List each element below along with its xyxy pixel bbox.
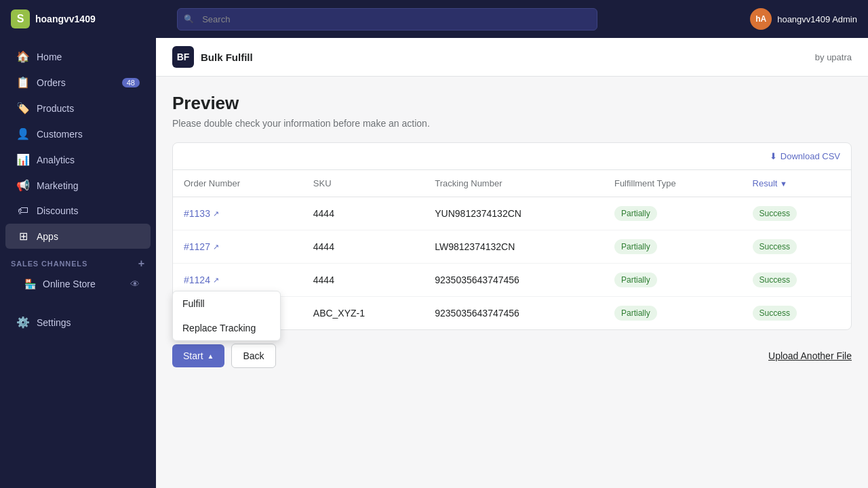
external-link-icon: ↗ — [213, 243, 219, 251]
external-link-icon: ↗ — [213, 276, 219, 285]
sidebar-item-label: Marketing — [37, 180, 78, 191]
sidebar-item-marketing[interactable]: 📢 Marketing — [5, 173, 151, 198]
sidebar-item-label: Discounts — [37, 205, 78, 216]
bottom-actions: Fulfill Replace Tracking Start ▲ Back Up… — [172, 344, 852, 368]
sales-channels-label: SALES CHANNELS — [11, 260, 87, 268]
result-badge: Success — [753, 206, 797, 221]
sidebar-item-home[interactable]: 🏠 Home — [5, 44, 151, 69]
shopify-icon: S — [11, 9, 30, 28]
sidebar-item-label: Online Store — [43, 279, 96, 289]
search-input[interactable] — [177, 8, 597, 30]
cell-result: Success — [742, 197, 851, 230]
table-header-row: Order Number SKU Tracking Number Fulfill… — [173, 170, 851, 197]
sidebar-item-online-store[interactable]: 🏪 Online Store 👁 — [5, 273, 151, 295]
table-row: #1133 ↗ 4444 YUN9812374132CN Partially S… — [173, 197, 851, 230]
fulfillment-badge: Partially — [614, 239, 657, 254]
add-sales-channel-button[interactable]: + — [138, 258, 145, 270]
cell-sku: 4444 — [302, 264, 424, 297]
sidebar-item-label: Customers — [37, 129, 83, 140]
sidebar: 🏠 Home 📋 Orders 48 🏷️ Products 👤 Custome… — [0, 38, 156, 488]
main-content: BF Bulk Fulfill by upatra Preview Please… — [156, 38, 868, 488]
online-store-icon: 🏪 — [24, 279, 36, 289]
marketing-icon: 📢 — [16, 179, 30, 192]
sort-icon: ▼ — [780, 180, 787, 188]
home-icon: 🏠 — [16, 50, 30, 63]
cell-sku: 4444 — [302, 197, 424, 230]
chevron-up-icon: ▲ — [208, 352, 214, 360]
sidebar-item-orders[interactable]: 📋 Orders 48 — [5, 70, 151, 95]
result-badge: Success — [753, 272, 797, 287]
cell-result: Success — [742, 230, 851, 264]
sidebar-item-label: Apps — [37, 231, 58, 242]
sidebar-item-apps[interactable]: ⊞ Apps — [5, 224, 151, 249]
app-header-bar: BF Bulk Fulfill by upatra — [156, 38, 868, 77]
sidebar-item-label: Settings — [37, 317, 71, 328]
page-subtitle: Please double check your information bef… — [172, 118, 852, 129]
sidebar-item-analytics[interactable]: 📊 Analytics — [5, 147, 151, 172]
dropdown-item-fulfill[interactable]: Fulfill — [173, 291, 280, 316]
cell-fulfillment: Partially — [604, 230, 742, 264]
external-link-icon: ↗ — [213, 209, 219, 218]
col-result: Result ▼ — [742, 170, 851, 197]
dropdown-item-replace-tracking[interactable]: Replace Tracking — [173, 316, 280, 340]
app-by-text: by upatra — [815, 52, 852, 62]
online-store-visibility-icon[interactable]: 👁 — [130, 279, 140, 289]
page-title: Preview — [172, 93, 852, 114]
sidebar-item-customers[interactable]: 👤 Customers — [5, 121, 151, 146]
sidebar-item-label: Home — [37, 52, 62, 62]
sales-channels-section: SALES CHANNELS + — [0, 249, 156, 272]
card-toolbar: ⬇ Download CSV — [173, 143, 851, 170]
fulfillment-badge: Partially — [614, 206, 657, 221]
sidebar-item-label: Orders — [37, 77, 66, 88]
cell-tracking: LW9812374132CN — [424, 230, 604, 264]
download-icon: ⬇ — [770, 151, 777, 161]
sidebar-item-discounts[interactable]: 🏷 Discounts — [5, 199, 151, 223]
user-name: hoangvv1409 Admin — [777, 14, 857, 24]
cell-tracking: 9235035643747456 — [424, 297, 604, 330]
cell-fulfillment: Partially — [604, 264, 742, 297]
fulfillment-badge: Partially — [614, 272, 657, 287]
download-csv-label: Download CSV — [781, 151, 840, 161]
orders-icon: 📋 — [16, 76, 30, 89]
col-fulfillment-type: Fulfillment Type — [604, 170, 742, 197]
brand-logo[interactable]: S hoangvv1409 — [11, 9, 96, 28]
sidebar-item-products[interactable]: 🏷️ Products — [5, 96, 151, 121]
fulfillment-badge: Partially — [614, 306, 657, 321]
col-tracking-number: Tracking Number — [424, 170, 604, 197]
sidebar-item-label: Analytics — [37, 155, 75, 165]
sidebar-item-settings[interactable]: ⚙️ Settings — [5, 310, 151, 335]
discounts-icon: 🏷 — [16, 205, 30, 217]
back-button[interactable]: Back — [231, 344, 275, 368]
cell-order: #1133 ↗ — [173, 197, 302, 230]
order-link[interactable]: #1127 ↗ — [184, 241, 292, 252]
upload-another-file-link[interactable]: Upload Another File — [768, 350, 852, 361]
sidebar-item-label: Products — [37, 103, 74, 114]
app-header-left: BF Bulk Fulfill — [172, 46, 253, 68]
cell-tracking: YUN9812374132CN — [424, 197, 604, 230]
order-link[interactable]: #1133 ↗ — [184, 208, 292, 219]
order-link[interactable]: #1124 ↗ — [184, 274, 292, 285]
col-sku: SKU — [302, 170, 424, 197]
app-title: Bulk Fulfill — [201, 52, 253, 63]
analytics-icon: 📊 — [16, 153, 30, 166]
cell-result: Success — [742, 264, 851, 297]
orders-badge: 48 — [122, 78, 140, 87]
start-button[interactable]: Start ▲ — [172, 344, 224, 367]
user-menu[interactable]: hA hoangvv1409 Admin — [750, 8, 857, 30]
cell-tracking: 9235035643747456 — [424, 264, 604, 297]
cell-fulfillment: Partially — [604, 297, 742, 330]
apps-icon: ⊞ — [16, 230, 30, 243]
avatar: hA — [750, 8, 772, 30]
top-navigation: S hoangvv1409 hA hoangvv1409 Admin — [0, 0, 868, 38]
search-container — [177, 8, 597, 30]
cell-sku: 4444 — [302, 230, 424, 264]
download-csv-link[interactable]: ⬇ Download CSV — [770, 151, 840, 161]
result-badge: Success — [753, 306, 797, 321]
app-logo: BF — [172, 46, 194, 68]
start-label: Start — [183, 350, 203, 361]
products-icon: 🏷️ — [16, 102, 30, 115]
customers-icon: 👤 — [16, 127, 30, 140]
back-label: Back — [243, 350, 264, 361]
col-order-number: Order Number — [173, 170, 302, 197]
search-wrap — [177, 8, 597, 30]
